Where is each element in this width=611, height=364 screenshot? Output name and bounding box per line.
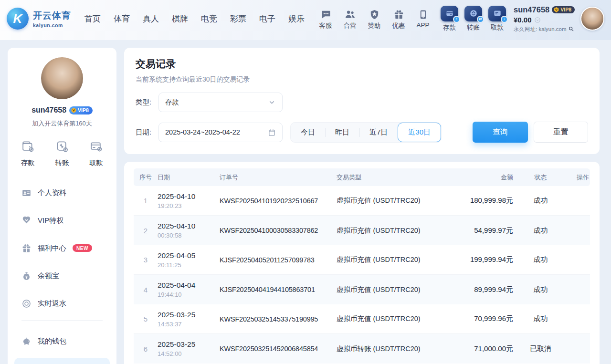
sidebar-quick-actions: 存款转账取款 [8, 140, 116, 167]
table-header-cell: 交易类型 [337, 173, 456, 182]
type-select[interactable]: 存款 [158, 93, 283, 112]
row-date-value: 2025-04-10 [158, 222, 220, 230]
sidebar-vip-badge[interactable]: VIP8 [69, 106, 93, 114]
nav-item-5[interactable]: 电竞 [201, 13, 217, 24]
sidebar-action-card-outline[interactable]: 取款 [89, 140, 103, 167]
search-button[interactable]: 查询 [473, 122, 528, 143]
sidebar-item-piggy-bank[interactable]: 我的钱包 [14, 330, 110, 352]
refresh-balance-icon[interactable] [534, 17, 541, 23]
user-avatar[interactable] [580, 7, 604, 31]
sidebar-menu: 个人资料VIP特权福利中心NEW余额宝实时返水我的钱包交易记录 [8, 182, 116, 364]
nav-item-6[interactable]: 彩票 [230, 13, 246, 24]
nav-item-8[interactable]: 娱乐 [288, 13, 305, 24]
filter-card: 交易记录 当前系统支持查询最近30日的交易记录 类型: 存款 日期: 2025-… [124, 48, 600, 154]
nav-item-2[interactable]: 体育 [114, 13, 130, 24]
row-status: 成功 [513, 255, 568, 264]
table-header-cell: 日期 [158, 173, 220, 182]
quick-link-label: 赞助 [368, 21, 381, 30]
search-icon[interactable] [568, 26, 574, 32]
nav-item-7[interactable]: 电子 [259, 13, 275, 24]
quick-link-label: APP [417, 21, 430, 29]
wallet-link-transfer[interactable]: ⇄转账 [464, 6, 482, 32]
sidebar-avatar[interactable] [41, 57, 83, 99]
brand-logo-letter: K [13, 11, 22, 26]
range-preset-近7日[interactable]: 近7日 [359, 123, 398, 142]
phone-icon [418, 8, 429, 20]
wallet-outline-icon [21, 140, 34, 155]
sidebar-item-money-bag[interactable]: 余额宝 [14, 265, 110, 287]
new-badge: NEW [73, 244, 92, 252]
vip-shield-icon [21, 216, 32, 226]
range-preset-昨日[interactable]: 昨日 [325, 123, 359, 142]
wallet-link-withdraw[interactable]: ↓取款 [488, 6, 506, 32]
sidebar-item-gift-menu[interactable]: 福利中心NEW [14, 237, 110, 259]
sidebar-action-wallet-outline[interactable]: 存款 [21, 140, 35, 167]
row-date: 2025-04-1019:20:23 [158, 192, 220, 209]
quick-link-chat[interactable]: 客服 [316, 8, 335, 30]
menu-divider [21, 320, 103, 321]
row-order-no: KJSF202504041944105863701 [220, 286, 337, 293]
reset-button[interactable]: 重置 [534, 122, 588, 143]
vip-emblem-icon [71, 107, 77, 114]
content: sun47658 VIP8 加入开云体育第160天 存款转账取款 个人资料VIP… [0, 40, 611, 364]
range-preset-今日[interactable]: 今日 [291, 123, 325, 142]
sidebar-action-label: 存款 [21, 158, 35, 167]
row-amount: 54,999.97元 [456, 226, 513, 235]
sidebar-item-vip-shield[interactable]: VIP特权 [14, 209, 110, 231]
sidebar-action-label: 转账 [55, 158, 69, 167]
sidebar-item-label: 我的钱包 [38, 337, 66, 346]
sidebar-item-records-doc[interactable]: 交易记录 [14, 358, 110, 364]
main-column: 交易记录 当前系统支持查询最近30日的交易记录 类型: 存款 日期: 2025-… [124, 48, 600, 364]
date-filter-label: 日期: [136, 128, 158, 137]
sidebar-item-rebate-rings[interactable]: 实时返水 [14, 292, 110, 314]
row-date-value: 2025-04-04 [158, 281, 220, 290]
row-index: 2 [134, 227, 158, 235]
row-index: 1 [134, 197, 158, 205]
sidebar-action-label: 取款 [89, 158, 103, 167]
nav-item-3[interactable]: 真人 [143, 13, 159, 24]
wallet-link-label: 存款 [443, 23, 456, 32]
row-time-value: 14:53:37 [158, 321, 220, 328]
top-header: K 开云体育 kaiyun.com 首页体育真人棋牌电竞彩票电子娱乐 客服合营赞… [0, 0, 611, 40]
sidebar-item-id-card[interactable]: 个人资料 [14, 182, 110, 204]
sidebar-item-label: 个人资料 [38, 188, 66, 198]
table-header-cell: 订单号 [220, 173, 337, 182]
gift-menu-icon [21, 243, 32, 253]
date-range-input[interactable]: 2025-03-24~2025-04-22 [158, 123, 283, 142]
row-date: 2025-03-2514:52:00 [158, 340, 220, 357]
row-date-value: 2025-04-05 [158, 251, 220, 260]
wallet-link-deposit[interactable]: +存款 [441, 6, 458, 32]
quick-link-phone[interactable]: APP [414, 8, 432, 30]
range-preset-近30日[interactable]: 近30日 [398, 123, 441, 142]
row-order-no: KWSF202504101920232510667 [220, 197, 337, 205]
brand-logo[interactable]: K 开云体育 kaiyun.com [7, 8, 71, 30]
sponsor-badge-icon [369, 8, 380, 20]
row-time-value: 14:52:00 [158, 350, 220, 357]
quick-link-label: 优惠 [392, 21, 405, 30]
piggy-bank-icon [21, 336, 32, 346]
transfer-icon: ⇄ [464, 6, 482, 21]
transfer-outline-icon [56, 140, 69, 155]
table-header-cell: 序号 [134, 173, 158, 182]
quick-link-people[interactable]: 合营 [341, 8, 359, 30]
username: sun47658 [514, 5, 549, 15]
row-transaction-type: 虚拟币充值 (USDT/TRC20) [337, 255, 456, 264]
row-time-value: 20:11:25 [158, 261, 220, 269]
join-days-text: 加入开云体育第160天 [32, 119, 92, 128]
main-nav: 首页体育真人棋牌电竞彩票电子娱乐 [84, 13, 305, 24]
user-info-block: sun47658 VIP8 ¥0.00 永久网址: kaiyun.com [514, 5, 575, 32]
row-transaction-type: 虚拟币充值 (USDT/TRC20) [337, 314, 456, 323]
rebate-rings-icon [21, 299, 32, 309]
vip-badge[interactable]: VIP8 [552, 6, 575, 13]
wallet-links: +存款⇄转账↓取款 [441, 6, 506, 32]
quick-link-sponsor-badge[interactable]: 赞助 [365, 8, 383, 30]
sidebar-action-transfer-outline[interactable]: 转账 [55, 140, 69, 167]
people-icon [345, 8, 356, 20]
balance-amount: ¥0.00 [514, 16, 532, 25]
sidebar-item-label: 实时返水 [38, 299, 66, 308]
nav-item-4[interactable]: 棋牌 [172, 13, 188, 24]
row-date: 2025-03-2514:53:37 [158, 311, 220, 328]
row-date: 2025-04-0520:11:25 [158, 251, 220, 269]
quick-link-gift[interactable]: 优惠 [390, 8, 408, 30]
nav-item-1[interactable]: 首页 [84, 13, 101, 24]
